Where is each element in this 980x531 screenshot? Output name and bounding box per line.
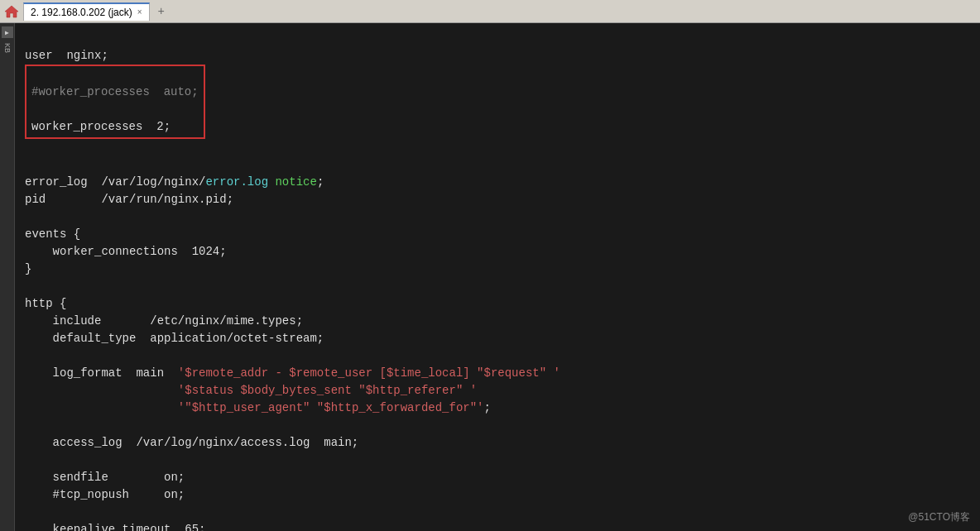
titlebar: 2. 192.168.0.202 (jack) × + [0, 0, 980, 23]
tab-ssh[interactable]: 2. 192.168.0.202 (jack) × [23, 2, 150, 21]
line-worker-processes: worker_processes 2; [31, 120, 171, 133]
watermark: @51CTO博客 [908, 510, 970, 524]
code-editor: user nginx; #worker_processes auto; work… [15, 23, 980, 531]
sidebar-button[interactable]: ▶ [2, 26, 13, 38]
tab-label: 2. 192.168.0.202 (jack) [31, 7, 132, 18]
highlighted-block: #worker_processes auto; worker_processes… [25, 65, 205, 139]
line-user: user nginx; [25, 49, 108, 62]
tab-close-button[interactable]: × [137, 7, 142, 17]
svg-marker-0 [5, 6, 18, 17]
line-worker-comment: #worker_processes auto; [31, 85, 199, 98]
new-tab-button[interactable]: + [153, 2, 170, 21]
home-icon [3, 3, 20, 20]
left-sidebar: ▶ KB [0, 23, 15, 531]
code-content: user nginx; #worker_processes auto; work… [25, 30, 970, 531]
line-error-log: error_log /var/log/nginx/error.log notic… [25, 175, 560, 531]
kb-label: KB [3, 43, 12, 53]
